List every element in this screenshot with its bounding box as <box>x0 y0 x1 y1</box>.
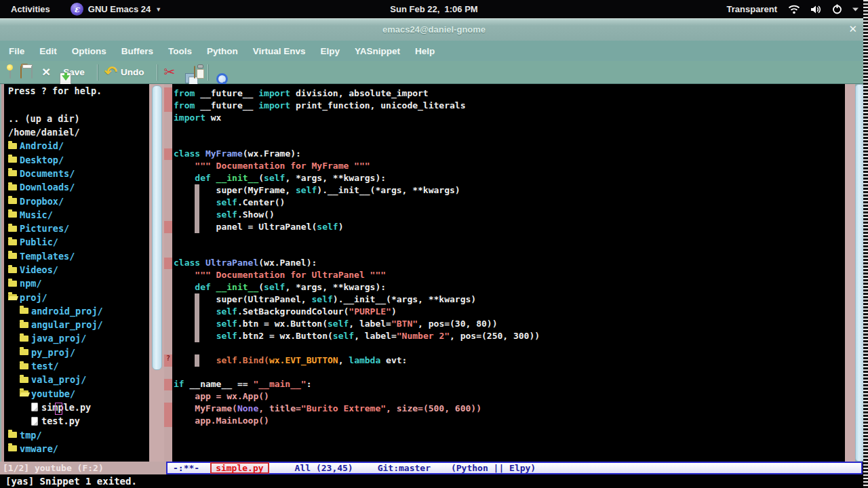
tree-item-youtube[interactable]: youtube/ <box>4 387 149 401</box>
code-line[interactable]: self.Center() <box>174 197 540 209</box>
code-line[interactable]: self.Show() <box>174 209 540 221</box>
window-title-bar[interactable]: emacs24@daniel-gnome ✕ <box>0 18 868 41</box>
open-folder-button[interactable] <box>20 66 22 79</box>
code-line[interactable]: class MyFrame(wx.Frame): <box>174 148 540 160</box>
folder-open-icon <box>8 294 17 300</box>
editor-scrollbar-track[interactable] <box>845 84 855 462</box>
menu-edit[interactable]: Edit <box>32 43 64 60</box>
menu-bar: FileEditOptionsBuffersToolsPythonVirtual… <box>0 41 868 61</box>
tree-item-downloads[interactable]: Downloads/ <box>4 180 149 194</box>
tree-item-tmp[interactable]: tmp/ <box>4 428 149 441</box>
undo-button[interactable]: ↶Undo <box>104 65 144 80</box>
tree-item-documents[interactable]: Documents/ <box>4 167 149 180</box>
main-area: Press ? for help... (up a dir)/home/dani… <box>0 84 868 462</box>
code-line[interactable]: app = wx.App() <box>174 390 540 403</box>
code-line[interactable]: MyFrame(None, title="Burito Extreme", si… <box>174 403 540 415</box>
tree-item-pictures[interactable]: Pictures/ <box>4 222 149 235</box>
menu-python[interactable]: Python <box>199 43 245 60</box>
folder-icon <box>20 377 28 383</box>
code-token: app = wx.App() <box>174 391 269 401</box>
save-button[interactable]: Save <box>60 67 85 77</box>
indent-guide <box>195 184 199 233</box>
menu-help[interactable]: Help <box>408 43 442 60</box>
code-line[interactable]: def __init__(self, *args, **kwargs): <box>174 172 540 184</box>
menu-file[interactable]: File <box>1 43 32 60</box>
code-line[interactable]: super(UltraPanel, self).__init__(*args, … <box>174 293 540 306</box>
code-editor[interactable]: from __future__ import division, absolut… <box>172 84 845 462</box>
cut-button[interactable]: ✂ <box>164 65 176 79</box>
chevron-down-icon[interactable] <box>852 7 859 12</box>
sidebar-scrollbar[interactable] <box>149 84 164 462</box>
menu-options[interactable]: Options <box>64 43 114 60</box>
code-line[interactable]: """ Documentation for UltraPanel """ <box>174 269 540 281</box>
code-line[interactable]: panel = UltraPanel(self) <box>174 221 540 233</box>
tree-item-android-proj[interactable]: android_proj/ <box>4 304 149 318</box>
code-line[interactable]: self.btn2 = wx.Button(self, label="Numbe… <box>174 330 540 342</box>
tree-item-npm[interactable]: npm/ <box>4 277 149 290</box>
document-button[interactable] <box>31 66 33 79</box>
tree-item-test-py[interactable]: test.py <box>4 414 149 428</box>
code-line[interactable]: app.MainLoop() <box>174 415 540 427</box>
code-token: , pos=(30, 80)) <box>418 319 497 329</box>
tree-mode-line[interactable]: [1/2] youtube (F:2) <box>0 462 166 474</box>
tree-item-vmware[interactable]: vmware/ <box>4 442 149 455</box>
tree-item-videos[interactable]: Videos/ <box>4 263 149 277</box>
menu-tools[interactable]: Tools <box>161 43 199 60</box>
status-icons[interactable] <box>788 4 859 14</box>
code-line[interactable]: self.SetBackgroundColour("PURPLE") <box>174 306 540 318</box>
tree-item-desktop[interactable]: Desktop/ <box>4 152 149 166</box>
code-line[interactable] <box>174 124 540 136</box>
volume-icon[interactable] <box>810 5 822 14</box>
code-line[interactable]: def __init__(self, *args, **kwargs): <box>174 281 540 293</box>
tree-item-test[interactable]: test/ <box>4 359 149 373</box>
tree-label: youtube/ <box>31 388 75 399</box>
tree-item-angular-proj[interactable]: angular_proj/ <box>4 318 149 331</box>
code-line[interactable] <box>174 366 540 378</box>
menu-yasnippet[interactable]: YASnippet <box>347 43 408 60</box>
code-line[interactable]: class UltraPanel(wx.Panel): <box>174 257 540 269</box>
code-token: .Show() <box>237 209 275 220</box>
code-token: .Center() <box>237 197 285 207</box>
menu-elpy[interactable]: Elpy <box>313 43 348 60</box>
tree-item-public[interactable]: Public/ <box>4 235 149 249</box>
code-line[interactable] <box>174 245 540 258</box>
modeline-buffer-name[interactable]: simple.py <box>210 462 269 474</box>
menu-virtual-envs[interactable]: Virtual Envs <box>245 43 313 60</box>
minibuffer[interactable]: [yas] Snippet 1 exited. <box>0 474 868 488</box>
code-token: evt: <box>380 355 407 365</box>
transparent-label[interactable]: Transparent <box>727 4 777 14</box>
code-line[interactable]: from __future__ import print_function, u… <box>174 100 540 112</box>
modeline-major-modes[interactable]: (Python || Elpy) <box>451 463 536 473</box>
code-line[interactable]: self.btn = wx.Button(self, label="BTN", … <box>174 318 540 330</box>
tree-item-up-a-dir[interactable]: .. (up a dir) <box>4 112 149 125</box>
code-line[interactable]: super(MyFrame, self).__init__(*args, **k… <box>174 184 540 197</box>
code-line[interactable]: if __name__ == "__main__": <box>174 378 540 390</box>
code-token: "Number 2" <box>397 331 450 341</box>
wifi-icon[interactable] <box>788 5 800 14</box>
power-icon[interactable] <box>832 4 842 14</box>
code-line[interactable]: """ Documentation for MyFrame """ <box>174 160 540 172</box>
tree-item-music[interactable]: Music/ <box>4 208 149 222</box>
code-line[interactable] <box>174 233 540 245</box>
close-icon[interactable]: ✕ <box>848 24 857 34</box>
new-file-button[interactable] <box>9 66 11 79</box>
tree-item-templates[interactable]: Templates/ <box>4 249 149 263</box>
tree-item-vala-proj[interactable]: vala_proj/ <box>4 373 149 386</box>
code-line[interactable]: import wx <box>174 112 540 124</box>
tree-item-android[interactable]: Android/ <box>4 139 149 152</box>
code-line[interactable] <box>174 136 540 148</box>
tree-item-simple-py[interactable]: simple.py <box>4 401 149 414</box>
tree-item-proj[interactable]: proj/ <box>4 290 149 304</box>
modeline-git-branch[interactable]: Git:master <box>378 463 431 473</box>
code-token: from <box>174 88 195 98</box>
sidebar-scrollbar-thumb[interactable] <box>152 85 162 370</box>
code-line[interactable] <box>174 342 540 354</box>
code-line[interactable]: from __future__ import division, absolut… <box>174 87 540 100</box>
tree-item-py-proj[interactable]: py_proj/ <box>4 346 149 359</box>
code-line[interactable]: self.Bind(wx.EVT_BUTTON, lambda evt: <box>174 354 540 367</box>
close-buffer-button[interactable]: × <box>42 65 50 79</box>
tree-item-dropbox[interactable]: Dropbox/ <box>4 194 149 207</box>
menu-buffers[interactable]: Buffers <box>114 43 161 60</box>
tree-item-java-proj[interactable]: java_proj/ <box>4 331 149 345</box>
editor-mode-line[interactable]: -:**- simple.py All (23,45) Git:master (… <box>166 462 863 474</box>
